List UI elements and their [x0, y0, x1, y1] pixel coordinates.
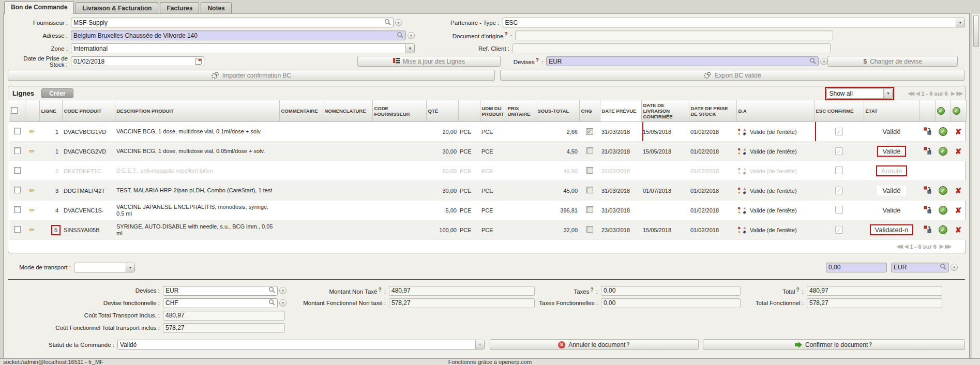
ref-client-field[interactable]	[512, 43, 831, 53]
col-code-fournisseur[interactable]: CODE FOURNISSEUR	[372, 100, 426, 122]
annuler-document-button[interactable]: ✕ Annuler le document ?	[490, 339, 699, 350]
col-sous-total[interactable]: SOUS-TOTAL	[536, 100, 579, 122]
row-select-checkbox[interactable]	[14, 167, 21, 174]
esc-checkbox[interactable]	[835, 166, 843, 174]
chevron-down-icon[interactable]: ▼	[279, 299, 287, 307]
confirm-line-icon[interactable]: ✓	[939, 206, 947, 215]
row-select-checkbox[interactable]	[14, 206, 21, 213]
prev-page-icon[interactable]: ◀	[904, 244, 907, 249]
row-select-checkbox[interactable]	[14, 147, 21, 154]
search-icon[interactable]	[384, 19, 391, 27]
chg-checkbox[interactable]	[586, 206, 593, 213]
edit-pencil-icon[interactable]: ✏	[29, 147, 35, 155]
search-icon[interactable]	[268, 299, 275, 307]
search-icon[interactable]	[940, 263, 946, 271]
col-da[interactable]: D.A	[736, 100, 814, 122]
select-all-checkbox[interactable]	[11, 107, 18, 114]
export-bc-valide-button[interactable]: Export BC validé	[500, 70, 965, 81]
row-select-checkbox[interactable]	[14, 128, 21, 134]
chevron-down-icon[interactable]: ▼	[126, 263, 134, 272]
chevron-down-icon[interactable]: ▼	[279, 287, 287, 294]
show-all-select[interactable]: Show all ▼	[826, 88, 893, 99]
confirmer-document-button[interactable]: Confirmer le document ?	[703, 339, 965, 350]
search-icon[interactable]	[268, 286, 275, 295]
tab-factures[interactable]: Factures	[160, 2, 199, 14]
creer-button[interactable]: Créer	[41, 88, 73, 98]
confirm-line-icon[interactable]: ✓	[939, 186, 947, 195]
chg-checkbox[interactable]	[586, 187, 593, 193]
confirm-line-icon[interactable]: ✓	[939, 225, 947, 234]
next-page-icon[interactable]: ▶	[940, 244, 942, 249]
adresse-field[interactable]: Belgium Bruxelles Chaussée de Vilvorde 1…	[71, 31, 406, 40]
last-page-icon[interactable]: ▶▶	[957, 90, 961, 96]
split-line-icon[interactable]	[924, 208, 931, 215]
col-esc-confirme[interactable]: ESC CONFIRMÉ	[814, 100, 864, 122]
corner-amount-field[interactable]: 0,00	[826, 263, 887, 272]
esc-checkbox[interactable]: ✓	[835, 226, 843, 234]
confirm-line-icon[interactable]: ✓	[939, 127, 947, 136]
devise-fonctionnelle-field[interactable]: CHF	[163, 298, 278, 308]
chevron-down-icon[interactable]: ▼	[820, 58, 827, 65]
row-select-checkbox[interactable]	[14, 187, 21, 193]
chg-checkbox[interactable]	[586, 147, 593, 154]
chevron-down-icon[interactable]: ▼	[883, 89, 892, 98]
chevron-down-icon[interactable]: ▼	[408, 32, 415, 39]
row-select-checkbox[interactable]	[14, 226, 21, 233]
delete-line-icon[interactable]: ✘	[955, 147, 962, 156]
col-prix-unitaire[interactable]: PRIX UNITAIRE	[506, 100, 536, 122]
importer-confirmation-bc-button[interactable]: Importer confirmation BC	[8, 70, 495, 81]
esc-checkbox[interactable]: ✓	[835, 187, 843, 194]
chg-checkbox[interactable]	[586, 167, 593, 174]
document-origine-field[interactable]	[515, 31, 833, 40]
split-line-icon[interactable]	[924, 149, 931, 156]
col-date-livraison-confirmee[interactable]: DATE DE LIVRAISON CONFIRMÉE	[641, 100, 689, 122]
tab-livraison-facturation[interactable]: Livraison & Facturation	[76, 2, 158, 14]
delete-line-icon[interactable]: ✘	[955, 186, 962, 195]
delete-line-icon[interactable]: ✘	[955, 225, 962, 234]
col-nomenclature[interactable]: NOMENCLATURE	[323, 100, 372, 122]
esc-checkbox[interactable]	[835, 206, 843, 214]
col-description[interactable]: DESCRIPTION PRODUIT	[115, 100, 279, 122]
confirm-all-icon[interactable]: ✓	[937, 107, 945, 115]
statut-commande-select[interactable]: Validé ▼	[117, 340, 485, 349]
corner-currency-field[interactable]: EUR	[891, 263, 949, 272]
first-page-icon[interactable]: ◀◀	[896, 244, 901, 249]
fournisseur-field[interactable]: MSF-Supply	[71, 18, 394, 27]
col-udm-produit[interactable]: UDM DU PRODUIT	[480, 100, 506, 122]
tab-notes[interactable]: Notes	[201, 2, 231, 14]
chevron-down-icon[interactable]: ▼	[956, 18, 964, 27]
col-etat[interactable]: ÉTAT	[864, 100, 919, 122]
col-chg[interactable]: CHG	[579, 100, 600, 122]
edit-pencil-icon[interactable]: ✏	[29, 187, 35, 194]
confirm-line-icon[interactable]: ✓	[939, 147, 947, 156]
devises-field[interactable]: EUR	[546, 56, 819, 66]
delete-line-icon[interactable]: ✘	[955, 206, 962, 215]
next-page-icon[interactable]: ▶	[951, 90, 954, 96]
search-icon[interactable]	[809, 57, 816, 66]
prev-page-icon[interactable]: ◀	[916, 90, 918, 96]
confirm-all-icon[interactable]: ✓	[953, 107, 960, 115]
mise-a-jour-lignes-button[interactable]: Mise à jour des Lignes	[357, 56, 501, 67]
col-date-prevue[interactable]: DATE PRÉVUE	[600, 100, 641, 122]
changer-devise-button[interactable]: $ Changer de devise	[827, 56, 958, 67]
col-commentaire[interactable]: COMMENTAIRE	[279, 100, 323, 122]
edit-pencil-icon[interactable]: ✏	[29, 206, 35, 214]
last-page-icon[interactable]: ▶▶	[945, 244, 950, 249]
split-line-icon[interactable]	[924, 130, 931, 136]
partenaire-type-select[interactable]: ESC ▼	[503, 18, 966, 27]
calendar-icon[interactable]	[195, 58, 202, 65]
edit-pencil-icon[interactable]: ✏	[29, 128, 35, 135]
edit-pencil-icon[interactable]: ✏	[29, 226, 35, 234]
chg-checkbox[interactable]: ✓	[586, 128, 593, 135]
search-icon[interactable]	[397, 32, 403, 40]
chevron-down-icon[interactable]: ▼	[951, 264, 958, 271]
devises-bottom-field[interactable]: EUR	[163, 286, 278, 296]
tab-bon-de-commande[interactable]: Bon de Commande	[4, 1, 74, 14]
zone-select[interactable]: International ▼	[71, 43, 415, 53]
first-page-icon[interactable]: ◀◀	[908, 90, 912, 96]
mode-transport-select[interactable]: ▼	[74, 263, 135, 272]
split-line-icon[interactable]	[924, 189, 931, 195]
vertical-scrollbar[interactable]	[972, 14, 980, 358]
esc-checkbox[interactable]: ✓	[835, 128, 843, 135]
chg-checkbox[interactable]	[586, 226, 593, 233]
